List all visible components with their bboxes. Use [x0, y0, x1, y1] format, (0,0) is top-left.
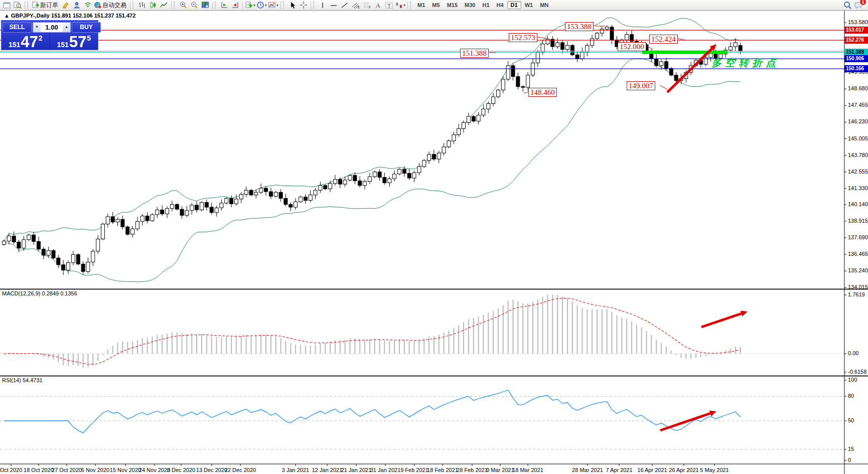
volume-up-button[interactable]: ▲ — [63, 23, 70, 32]
annotation-price-label[interactable]: 153.388 — [565, 22, 594, 31]
sell-button[interactable]: SELL — [3, 22, 32, 33]
chart-canvas[interactable] — [0, 0, 868, 474]
mt4-window: 新订单 自动交易 ▾ ▾ ▾ E F A T ▾ — [0, 0, 868, 474]
annotation-price-label[interactable]: 151.388 — [460, 49, 489, 58]
volume-input[interactable] — [41, 23, 63, 32]
volume-control: ▼ ▲ — [33, 22, 71, 33]
buy-price-display[interactable]: 151575 — [50, 33, 98, 50]
annotation-green-zone[interactable] — [642, 51, 728, 54]
axis-ticks — [11, 23, 846, 466]
sell-price-display[interactable]: 151472 — [2, 33, 50, 50]
annotation-price-label[interactable]: 152.573 — [509, 33, 537, 42]
pane-borders — [0, 11, 868, 474]
buy-button[interactable]: BUY — [72, 22, 101, 33]
annotation-price-label[interactable]: 149.007 — [627, 81, 655, 90]
horizontal-price-lines[interactable] — [0, 30, 844, 69]
rsi-level-lines — [0, 396, 844, 449]
annotation-price-label[interactable]: 152.424 — [649, 35, 678, 44]
one-click-trading-panel: SELL ▼ ▲ BUY 151472 151575 — [1, 20, 98, 50]
annotation-price-label[interactable]: 148.460 — [528, 88, 557, 97]
volume-down-button[interactable]: ▼ — [33, 23, 41, 32]
macd-histogram — [4, 294, 741, 368]
candlesticks — [3, 25, 743, 275]
bollinger-band-lower — [4, 59, 741, 282]
annotation-arrows[interactable] — [660, 44, 748, 430]
annotation-price-label[interactable]: 152.000 — [618, 42, 646, 51]
macd-signal-line — [4, 298, 741, 365]
